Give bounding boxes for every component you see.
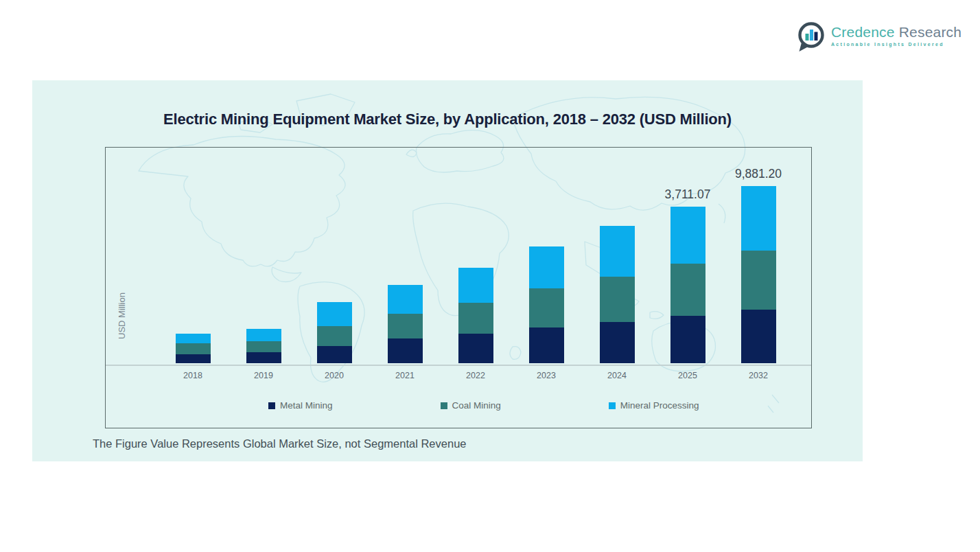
figure-note: The Figure Value Represents Global Marke… [93,437,466,450]
x-tick-label-2020: 2020 [307,371,362,380]
legend: Metal Mining Coal Mining Mineral Process… [268,400,699,411]
bar-segment-coal-mining [246,341,281,352]
brand-name-primary: Credence [831,24,895,40]
bar-segment-mineral-processing [176,334,211,343]
bar-segment-metal-mining [176,354,211,363]
bar-segment-mineral-processing [600,226,635,277]
figure-panel: Electric Mining Equipment Market Size, b… [32,80,863,461]
bar-2019 [246,329,281,363]
bar-segment-coal-mining [600,277,635,322]
bar-segment-coal-mining [741,251,776,310]
logo-text: Credence Research Actionable Insights De… [831,21,961,47]
legend-label: Coal Mining [452,400,501,411]
x-axis-line [106,365,811,366]
bar-segment-coal-mining [458,303,493,334]
bar-2021 [388,285,423,363]
x-tick-label-2032: 2032 [731,371,786,380]
bar-segment-coal-mining [670,264,705,316]
legend-label: Mineral Processing [620,400,699,411]
bar-segment-mineral-processing [246,329,281,341]
bar-segment-mineral-processing [670,207,705,264]
y-axis-label: USD Million [117,240,132,391]
data-label-2025: 3,711.07 [643,187,732,202]
bar-2020 [317,302,352,363]
bar-segment-metal-mining [741,310,776,363]
bar-segment-metal-mining [458,334,493,363]
bar-segment-coal-mining [529,288,564,327]
chart-title: Electric Mining Equipment Market Size, b… [32,111,863,128]
x-tick-label-2018: 2018 [165,371,220,380]
bar-segment-metal-mining [529,327,564,363]
legend-item-mineral-processing: Mineral Processing [609,400,699,411]
bar-segment-coal-mining [388,314,423,338]
bar-segment-mineral-processing [458,268,493,303]
x-tick-label-2022: 2022 [448,371,503,380]
x-tick-label-2025: 2025 [660,371,715,380]
page: Credence Research Actionable Insights De… [0,0,980,552]
bar-segment-metal-mining [317,346,352,363]
bar-2032 [741,186,776,363]
x-tick-label-2019: 2019 [236,371,291,380]
bar-2024 [600,226,635,363]
logo-tagline: Actionable Insights Delivered [831,42,961,47]
bar-2023 [529,246,564,363]
brand-name-secondary: Research [899,24,961,40]
x-tick-label-2024: 2024 [590,371,644,380]
bar-chart-speech-bubble-icon [795,21,827,53]
legend-label: Metal Mining [280,400,333,411]
logo: Credence Research Actionable Insights De… [795,21,966,55]
legend-item-coal-mining: Coal Mining [441,400,501,411]
legend-swatch [441,402,447,409]
bar-2022 [458,268,493,363]
legend-swatch [268,402,275,409]
bar-segment-coal-mining [317,326,352,346]
data-label-2032: 9,881.20 [714,167,803,181]
legend-swatch [609,402,616,409]
bar-2025 [670,207,705,363]
bar-segment-metal-mining [388,338,423,363]
bar-segment-metal-mining [246,352,281,363]
x-tick-label-2023: 2023 [519,371,574,380]
legend-item-metal-mining: Metal Mining [268,400,333,411]
bar-segment-coal-mining [176,343,211,354]
bar-segment-metal-mining [670,316,705,363]
bar-segment-mineral-processing [317,302,352,326]
plot-area: USD Million 2018201920202021202220232024… [105,147,812,428]
bar-segment-mineral-processing [741,186,776,251]
x-tick-label-2021: 2021 [377,371,432,380]
bar-segment-metal-mining [600,322,635,363]
bar-segment-mineral-processing [388,285,423,314]
bar-segment-mineral-processing [529,246,564,288]
bar-2018 [176,334,211,363]
